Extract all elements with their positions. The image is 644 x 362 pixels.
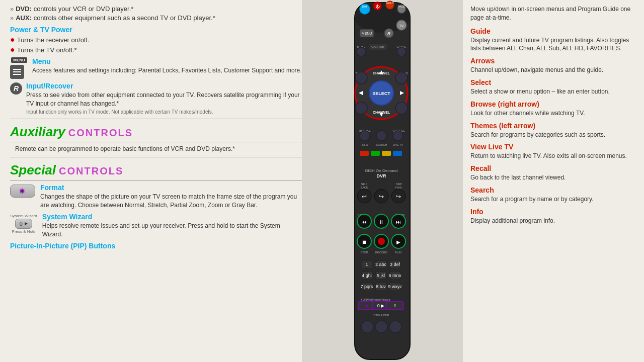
menu-icon: [10, 65, 24, 79]
red-bullet-1: ●: [10, 35, 15, 44]
bullet-arrow-aux: »: [10, 14, 14, 22]
svg-text:SELECT: SELECT: [372, 91, 390, 96]
menu-content: Menu Access features and settings includ…: [32, 57, 302, 75]
format-text: Changes the shape of the picture on your…: [40, 193, 302, 210]
power-heading: Power & TV Power: [10, 26, 302, 34]
auxiliary-normal: CONTROLS: [68, 127, 133, 139]
special-italic: Special: [10, 162, 56, 178]
svg-rect-49: [393, 151, 402, 156]
right-item-search: Search Search for a program by name or b…: [470, 186, 636, 204]
right-heading-select: Select: [470, 78, 636, 86]
svg-text:SAT: SAT: [362, 5, 368, 8]
svg-text:SKIP: SKIP: [396, 183, 403, 186]
svg-text:7 pqrs: 7 pqrs: [360, 284, 373, 289]
svg-text:⏭: ⏭: [396, 219, 401, 225]
sys-wiz-arrow: ▶: [25, 221, 28, 226]
svg-point-107: [375, 321, 387, 333]
right-heading-arrows: Arrows: [470, 57, 636, 65]
dvd-text: controls your VCR or DVD player.*: [34, 5, 134, 13]
svg-point-37: [395, 102, 408, 114]
system-wizard-text: Helps resolve remote issues and set-up y…: [42, 222, 302, 239]
right-item-recall: Recall Go back to the last channel viewe…: [470, 164, 636, 182]
power-item-receiver: ● Turns the receiver on/off.: [10, 35, 302, 44]
right-heading-search: Search: [470, 186, 636, 194]
svg-rect-46: [360, 151, 369, 156]
svg-text:INPUT: INPUT: [386, 2, 394, 5]
svg-text:VOLUME: VOLUME: [371, 46, 384, 49]
svg-text:✱: ✱: [365, 304, 369, 308]
svg-text:LIVE TV: LIVE TV: [393, 143, 404, 146]
svg-point-41: [376, 131, 386, 141]
svg-text:RECORD: RECORD: [375, 251, 387, 254]
special-normal: CONTROLS: [59, 165, 123, 177]
svg-point-40: [360, 131, 370, 141]
menu-line-1: [13, 69, 21, 70]
system-wizard-key: System Wizard 0 ▶ Press & Hold: [10, 214, 37, 234]
menu-text: Access features and settings including: …: [32, 66, 302, 75]
right-text-livetv: Return to watching live TV. Also exits a…: [470, 152, 636, 160]
svg-text:MENU: MENU: [362, 32, 372, 35]
page-container: » DVD: controls your VCR or DVD player.*…: [0, 0, 644, 362]
right-text-info: Display additional program info.: [470, 217, 636, 225]
svg-text:3 def: 3 def: [390, 262, 400, 267]
svg-text:Press & Hold: Press & Hold: [373, 313, 389, 316]
top-section: » DVD: controls your VCR or DVD player.*…: [10, 5, 302, 22]
sys-wiz-footer: Press & Hold: [12, 229, 36, 234]
svg-text:BACK: BACK: [361, 186, 368, 189]
svg-text:⏮: ⏮: [362, 219, 367, 225]
system-wizard-item: System Wizard 0 ▶ Press & Hold System Wi…: [10, 213, 302, 239]
svg-text:1: 1: [365, 262, 368, 267]
left-panel: » DVD: controls your VCR or DVD player.*…: [0, 0, 312, 362]
right-heading-recall: Recall: [470, 164, 636, 172]
svg-text:⏻: ⏻: [375, 5, 380, 9]
power-text-2: Turns the TV on/off.*: [17, 46, 77, 54]
svg-text:SEARCH: SEARCH: [376, 143, 387, 146]
auxiliary-italic: Auxiliary: [10, 124, 65, 140]
svg-point-108: [389, 321, 401, 333]
svg-text:FWD.: FWD.: [395, 186, 403, 189]
svg-point-73: [378, 238, 385, 245]
power-text-1: Turns the receiver on/off.: [17, 36, 90, 44]
input-section: R Input/Recover Press to see video from …: [10, 82, 302, 115]
sys-wiz-label-text: System Wizard: [10, 214, 37, 218]
right-heading-info: Info: [470, 208, 636, 216]
right-text-select: Select a show or menu option – like an e…: [470, 87, 636, 96]
svg-text:5 jkl: 5 jkl: [377, 273, 385, 278]
right-text-search: Search for a program by name or by categ…: [470, 195, 636, 204]
svg-text:PLAY: PLAY: [395, 251, 402, 254]
svg-point-21: [397, 47, 406, 56]
system-wizard-heading: System Wizard: [42, 213, 302, 221]
divider-2: [10, 157, 302, 157]
right-item-livetv: View Live TV Return to watching live TV.…: [470, 143, 636, 160]
right-heading-livetv: View Live TV: [470, 143, 636, 151]
svg-text:SKIP: SKIP: [361, 183, 368, 186]
format-item: ✱ Format Changes the shape of the pictur…: [10, 184, 302, 210]
special-heading-row: Special CONTROLS: [10, 162, 302, 180]
input-content: Input/Recover Press to see video from ot…: [26, 82, 302, 115]
svg-point-42: [393, 131, 403, 141]
bullet-arrow-dvd: »: [10, 5, 14, 13]
auxiliary-heading-row: Auxiliary CONTROLS: [10, 124, 302, 142]
right-item-browse: Browse (right arrow) Look for other chan…: [470, 100, 636, 118]
svg-text:TV: TV: [399, 24, 404, 28]
svg-text:STOP: STOP: [361, 251, 368, 254]
aux-text: controls other equipment such as a secon…: [34, 14, 215, 22]
svg-point-34: [355, 72, 367, 84]
top-right-text: Move up/down in on-screen menus and Prog…: [470, 5, 636, 22]
svg-text:4 ghi: 4 ghi: [362, 273, 372, 278]
right-item-guide: Guide Display current and future TV prog…: [470, 27, 636, 53]
input-text: Press to see video from other equipment …: [26, 91, 302, 108]
power-item-tv: ● Turns the TV on/off.*: [10, 45, 302, 54]
auxiliary-text: Remote can be programmed to operate basi…: [15, 145, 302, 153]
remote-svg: ⏻ SAT INPUT PAGE TV MENU R MUTE VOLUME G…: [327, 0, 438, 362]
svg-text:9 wxyz: 9 wxyz: [388, 284, 402, 289]
right-heading-guide: Guide: [470, 27, 636, 35]
svg-text:DISH On Demand: DISH On Demand: [365, 168, 397, 173]
right-heading-themes: Themes (left arrow): [470, 122, 636, 130]
sys-wiz-button: 0 ▶: [15, 219, 32, 229]
format-content: Format Changes the shape of the picture …: [40, 184, 302, 210]
right-text-arrows: Channel up/down, navigate menus and the …: [470, 66, 636, 74]
format-heading: Format: [40, 184, 302, 192]
menu-line-3: [13, 74, 21, 75]
svg-text:2 abc: 2 abc: [375, 262, 387, 267]
